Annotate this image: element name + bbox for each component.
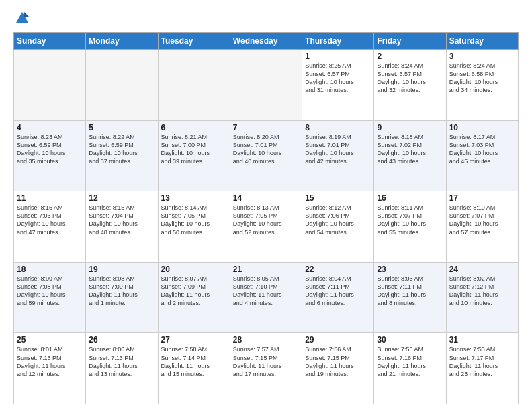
calendar-cell: 14Sunrise: 8:13 AMSunset: 7:05 PMDayligh… [230, 191, 302, 263]
calendar-cell: 13Sunrise: 8:14 AMSunset: 7:05 PMDayligh… [158, 191, 230, 263]
calendar-cell: 15Sunrise: 8:12 AMSunset: 7:06 PMDayligh… [302, 191, 374, 263]
day-info: Sunrise: 8:12 AMSunset: 7:06 PMDaylight:… [305, 203, 371, 236]
day-info: Sunrise: 8:23 AMSunset: 6:59 PMDaylight:… [17, 133, 83, 166]
day-info: Sunrise: 7:56 AMSunset: 7:15 PMDaylight:… [305, 345, 371, 378]
logo-icon [15, 11, 30, 26]
calendar-cell: 5Sunrise: 8:22 AMSunset: 6:59 PMDaylight… [86, 120, 158, 191]
calendar-cell: 22Sunrise: 8:04 AMSunset: 7:11 PMDayligh… [302, 262, 374, 333]
day-number: 6 [161, 123, 227, 132]
day-number: 16 [377, 193, 443, 203]
week-row-2: 4Sunrise: 8:23 AMSunset: 6:59 PMDaylight… [14, 120, 519, 191]
weekday-header-sunday: Sunday [14, 33, 86, 50]
calendar-cell: 10Sunrise: 8:17 AMSunset: 7:03 PMDayligh… [446, 120, 518, 191]
calendar-cell: 1Sunrise: 8:25 AMSunset: 6:57 PMDaylight… [302, 50, 374, 121]
day-info: Sunrise: 8:11 AMSunset: 7:07 PMDaylight:… [377, 203, 443, 236]
calendar-cell: 27Sunrise: 7:58 AMSunset: 7:14 PMDayligh… [158, 333, 230, 404]
page: SundayMondayTuesdayWednesdayThursdayFrid… [0, 0, 532, 411]
day-number: 26 [89, 335, 154, 345]
day-number: 21 [233, 265, 299, 274]
day-number: 23 [377, 265, 443, 274]
day-number: 28 [233, 335, 299, 345]
day-info: Sunrise: 8:24 AMSunset: 6:58 PMDaylight:… [449, 62, 515, 95]
calendar-cell: 9Sunrise: 8:18 AMSunset: 7:02 PMDaylight… [374, 120, 446, 191]
day-info: Sunrise: 8:22 AMSunset: 6:59 PMDaylight:… [89, 133, 154, 166]
weekday-header-friday: Friday [374, 33, 446, 50]
day-number: 10 [449, 123, 515, 132]
day-number: 8 [305, 123, 371, 132]
day-number: 3 [449, 52, 515, 61]
calendar-cell: 31Sunrise: 7:53 AMSunset: 7:17 PMDayligh… [446, 333, 518, 404]
day-info: Sunrise: 8:20 AMSunset: 7:01 PMDaylight:… [233, 133, 299, 166]
weekday-header-monday: Monday [86, 33, 158, 50]
week-row-5: 25Sunrise: 8:01 AMSunset: 7:13 PMDayligh… [14, 333, 519, 404]
day-number: 11 [17, 193, 83, 203]
calendar-table: SundayMondayTuesdayWednesdayThursdayFrid… [13, 32, 519, 404]
day-info: Sunrise: 8:10 AMSunset: 7:07 PMDaylight:… [449, 203, 515, 236]
calendar-cell: 20Sunrise: 8:07 AMSunset: 7:09 PMDayligh… [158, 262, 230, 333]
day-number: 17 [449, 193, 515, 203]
day-number: 19 [89, 265, 154, 274]
day-number: 24 [449, 265, 515, 274]
day-info: Sunrise: 8:02 AMSunset: 7:12 PMDaylight:… [449, 275, 515, 308]
calendar-cell: 4Sunrise: 8:23 AMSunset: 6:59 PMDaylight… [14, 120, 86, 191]
day-info: Sunrise: 8:24 AMSunset: 6:57 PMDaylight:… [377, 62, 443, 95]
day-info: Sunrise: 8:17 AMSunset: 7:03 PMDaylight:… [449, 133, 515, 166]
calendar-cell [230, 50, 302, 121]
calendar-cell: 30Sunrise: 7:55 AMSunset: 7:16 PMDayligh… [374, 333, 446, 404]
calendar-cell [158, 50, 230, 121]
calendar-cell: 12Sunrise: 8:15 AMSunset: 7:04 PMDayligh… [86, 191, 158, 263]
calendar-cell: 6Sunrise: 8:21 AMSunset: 7:00 PMDaylight… [158, 120, 230, 191]
svg-marker-1 [24, 12, 30, 17]
calendar-cell: 26Sunrise: 8:00 AMSunset: 7:13 PMDayligh… [86, 333, 158, 404]
header [13, 11, 519, 26]
day-number: 2 [377, 52, 443, 61]
day-info: Sunrise: 8:04 AMSunset: 7:11 PMDaylight:… [305, 275, 371, 308]
calendar-cell: 8Sunrise: 8:19 AMSunset: 7:01 PMDaylight… [302, 120, 374, 191]
weekday-header-saturday: Saturday [446, 33, 518, 50]
weekday-header-tuesday: Tuesday [158, 33, 230, 50]
logo [13, 11, 30, 26]
day-number: 12 [89, 193, 154, 203]
calendar-cell: 16Sunrise: 8:11 AMSunset: 7:07 PMDayligh… [374, 191, 446, 263]
day-number: 22 [305, 265, 371, 274]
day-info: Sunrise: 8:00 AMSunset: 7:13 PMDaylight:… [89, 345, 154, 378]
weekday-header-row: SundayMondayTuesdayWednesdayThursdayFrid… [14, 33, 519, 50]
day-info: Sunrise: 7:55 AMSunset: 7:16 PMDaylight:… [377, 345, 443, 378]
day-info: Sunrise: 7:57 AMSunset: 7:15 PMDaylight:… [233, 345, 299, 378]
calendar-cell: 7Sunrise: 8:20 AMSunset: 7:01 PMDaylight… [230, 120, 302, 191]
day-info: Sunrise: 8:15 AMSunset: 7:04 PMDaylight:… [89, 203, 154, 236]
day-info: Sunrise: 8:19 AMSunset: 7:01 PMDaylight:… [305, 133, 371, 166]
day-info: Sunrise: 8:08 AMSunset: 7:09 PMDaylight:… [89, 275, 154, 308]
day-number: 14 [233, 193, 299, 203]
calendar-cell [86, 50, 158, 121]
day-number: 20 [161, 265, 227, 274]
day-info: Sunrise: 8:16 AMSunset: 7:03 PMDaylight:… [17, 203, 83, 236]
day-number: 25 [17, 335, 83, 345]
day-number: 5 [89, 123, 154, 132]
day-info: Sunrise: 7:58 AMSunset: 7:14 PMDaylight:… [161, 345, 227, 378]
week-row-4: 18Sunrise: 8:09 AMSunset: 7:08 PMDayligh… [14, 262, 519, 333]
day-number: 18 [17, 265, 83, 274]
day-info: Sunrise: 8:13 AMSunset: 7:05 PMDaylight:… [233, 203, 299, 236]
calendar-cell [14, 50, 86, 121]
weekday-header-thursday: Thursday [302, 33, 374, 50]
day-info: Sunrise: 8:25 AMSunset: 6:57 PMDaylight:… [305, 62, 371, 95]
day-number: 30 [377, 335, 443, 345]
day-info: Sunrise: 8:03 AMSunset: 7:11 PMDaylight:… [377, 275, 443, 308]
week-row-3: 11Sunrise: 8:16 AMSunset: 7:03 PMDayligh… [14, 191, 519, 263]
day-info: Sunrise: 8:14 AMSunset: 7:05 PMDaylight:… [161, 203, 227, 236]
day-number: 29 [305, 335, 371, 345]
day-number: 15 [305, 193, 371, 203]
day-info: Sunrise: 8:09 AMSunset: 7:08 PMDaylight:… [17, 275, 83, 308]
calendar-cell: 17Sunrise: 8:10 AMSunset: 7:07 PMDayligh… [446, 191, 518, 263]
day-number: 7 [233, 123, 299, 132]
weekday-header-wednesday: Wednesday [230, 33, 302, 50]
day-number: 31 [449, 335, 515, 345]
calendar-cell: 25Sunrise: 8:01 AMSunset: 7:13 PMDayligh… [14, 333, 86, 404]
day-info: Sunrise: 8:05 AMSunset: 7:10 PMDaylight:… [233, 275, 299, 308]
calendar-cell: 18Sunrise: 8:09 AMSunset: 7:08 PMDayligh… [14, 262, 86, 333]
calendar-cell: 19Sunrise: 8:08 AMSunset: 7:09 PMDayligh… [86, 262, 158, 333]
calendar-cell: 23Sunrise: 8:03 AMSunset: 7:11 PMDayligh… [374, 262, 446, 333]
calendar-cell: 24Sunrise: 8:02 AMSunset: 7:12 PMDayligh… [446, 262, 518, 333]
day-number: 4 [17, 123, 83, 132]
